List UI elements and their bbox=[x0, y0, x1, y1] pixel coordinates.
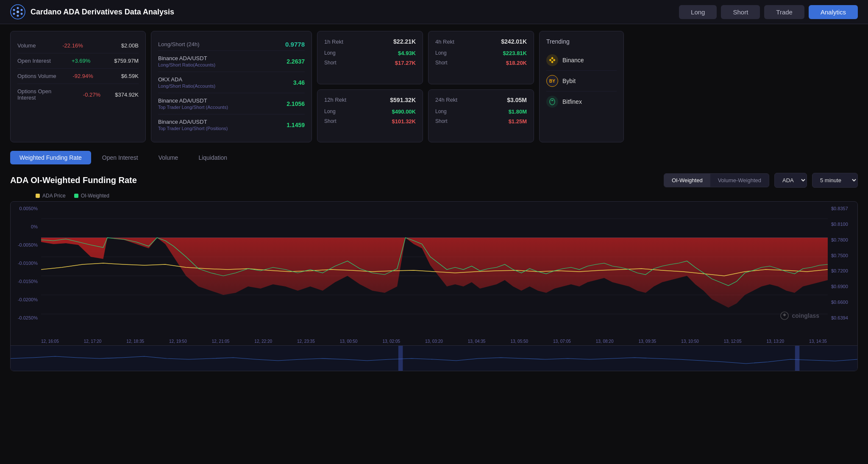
trending-item-binance[interactable]: Binance bbox=[546, 50, 617, 71]
y-label-6: -0.0250% bbox=[11, 315, 41, 320]
x-label-10: 13, 04:35 bbox=[468, 339, 486, 344]
volume-weighted-btn[interactable]: Volume-Weighted bbox=[710, 174, 769, 187]
tab-weighted-funding-rate[interactable]: Weighted Funding Rate bbox=[10, 151, 91, 164]
stat-value-oi: $759.97M bbox=[100, 58, 139, 64]
rekt-4h-long-label: Long bbox=[435, 50, 447, 56]
stat-value-volume: $2.00B bbox=[100, 42, 139, 49]
app-logo-icon bbox=[10, 4, 25, 19]
x-label-15: 13, 10:50 bbox=[681, 339, 699, 344]
oi-weighted-legend-dot bbox=[74, 194, 78, 198]
chart-tabs: Weighted Funding Rate Open Interest Volu… bbox=[10, 151, 858, 164]
svg-point-7 bbox=[17, 11, 19, 13]
ls-row-3-title: Binance ADA/USDT bbox=[158, 119, 228, 125]
x-label-7: 13, 00:50 bbox=[340, 339, 358, 344]
coin-select[interactable]: ADA BTC ETH bbox=[774, 173, 807, 188]
x-label-12: 13, 07:05 bbox=[553, 339, 571, 344]
rekt-12h-card: 12h Rekt $591.32K Long $490.00K Short $1… bbox=[317, 89, 423, 143]
ls-row-1: OKX ADA Long/Short Ratio(Accounts) 3.46 bbox=[158, 72, 305, 93]
time-select[interactable]: 5 minute 15 minute 1 hour 4 hour 1 day bbox=[812, 173, 858, 188]
chart-body: 0.0050% 0% -0.0050% -0.0100% -0.0150% -0… bbox=[11, 202, 857, 337]
x-label-0: 12, 16:05 bbox=[41, 339, 59, 344]
rekt-12h-long-label: Long bbox=[324, 108, 336, 115]
stat-row-oi: Open Interest +3.69% $759.97M bbox=[17, 53, 139, 69]
rekt-1h-short-label: Short bbox=[324, 60, 337, 66]
app-title: Cardano ADA Derivatives Data Analysis bbox=[31, 8, 174, 17]
x-label-17: 13, 13:20 bbox=[766, 339, 784, 344]
analytics-button[interactable]: Analytics bbox=[809, 5, 858, 19]
oi-weighted-btn[interactable]: OI-Weighted bbox=[664, 174, 710, 187]
x-label-11: 13, 05:50 bbox=[510, 339, 528, 344]
rekt-24h-long-value: $1.80M bbox=[509, 108, 527, 115]
rekt-1h-title: 1h Rekt bbox=[324, 39, 343, 45]
rekt-12h-short-label: Short bbox=[324, 118, 337, 125]
coinglass-watermark: coinglass bbox=[780, 311, 819, 320]
ls-row-2-value: 2.1056 bbox=[287, 100, 305, 107]
rekt-1h-long-value: $4.93K bbox=[398, 50, 416, 56]
trade-button[interactable]: Trade bbox=[764, 5, 804, 19]
legend-ada-price: ADA Price bbox=[36, 193, 66, 199]
rekt-24h-card: 24h Rekt $3.05M Long $1.80M Short $1.25M bbox=[428, 89, 534, 143]
mini-chart[interactable] bbox=[11, 345, 857, 371]
x-label-16: 13, 12:05 bbox=[724, 339, 742, 344]
long-button[interactable]: Long bbox=[679, 5, 717, 19]
stats-card: Volume -22.16% $2.00B Open Interest +3.6… bbox=[10, 31, 146, 142]
x-label-8: 13, 02:05 bbox=[382, 339, 400, 344]
x-label-9: 13, 03:20 bbox=[425, 339, 443, 344]
trending-card: Trending Binance BY Bybit bbox=[539, 31, 624, 142]
tab-volume[interactable]: Volume bbox=[149, 151, 188, 164]
y-right-label-3: $0.7500 bbox=[828, 253, 857, 258]
rekt-4h-long-value: $223.81K bbox=[503, 50, 527, 56]
stat-row-opt-vol: Options Volume -92.94% $6.59K bbox=[17, 69, 139, 84]
rekt-12h-total: $591.32K bbox=[390, 97, 416, 103]
svg-point-2 bbox=[17, 15, 19, 17]
y-label-4: -0.0150% bbox=[11, 279, 41, 284]
rekt-1h-short-value: $17.27K bbox=[395, 60, 416, 66]
rekt-12h-short-value: $101.32K bbox=[392, 118, 416, 125]
coinglass-logo-icon bbox=[780, 311, 789, 320]
trending-title: Trending bbox=[546, 38, 617, 45]
legend-oi-weighted: OI-Weighted bbox=[74, 193, 109, 199]
ls-row-1-value: 3.46 bbox=[293, 79, 305, 86]
tab-liquidation[interactable]: Liquidation bbox=[189, 151, 236, 164]
chart-title: ADA OI-Weighted Funding Rate bbox=[10, 175, 137, 185]
ls-header-label: Long/Short (24h) bbox=[158, 41, 200, 47]
ls-row-2-title: Binance ADA/USDT bbox=[158, 97, 228, 104]
header: Cardano ADA Derivatives Data Analysis Lo… bbox=[0, 0, 868, 24]
ls-header-value: 0.9778 bbox=[285, 41, 305, 48]
stat-value-opt-vol: $6.59K bbox=[100, 73, 139, 79]
chart-header: ADA OI-Weighted Funding Rate OI-Weighted… bbox=[10, 173, 858, 188]
short-button[interactable]: Short bbox=[721, 5, 760, 19]
top-grid: Volume -22.16% $2.00B Open Interest +3.6… bbox=[10, 31, 858, 142]
stat-label-oi: Open Interest bbox=[17, 58, 51, 64]
rekt-12h-long-value: $490.00K bbox=[392, 108, 416, 115]
rekt-24h-total: $3.05M bbox=[507, 97, 527, 103]
y-right-label-1: $0.8100 bbox=[828, 222, 857, 227]
stat-change-oi: +3.69% bbox=[61, 58, 90, 64]
bitfinex-icon bbox=[546, 96, 558, 108]
x-label-18: 13, 14:35 bbox=[809, 339, 827, 344]
svg-point-6 bbox=[21, 13, 23, 15]
svg-point-1 bbox=[17, 7, 19, 9]
y-right-label-5: $0.6900 bbox=[828, 284, 857, 289]
header-left: Cardano ADA Derivatives Data Analysis bbox=[10, 4, 174, 19]
trending-item-bybit[interactable]: BY Bybit bbox=[546, 71, 617, 92]
x-label-14: 13, 09:35 bbox=[638, 339, 656, 344]
stat-change-volume: -22.16% bbox=[53, 42, 83, 49]
ls-row-0-sub: Long/Short Ratio(Accounts) bbox=[158, 62, 215, 67]
ls-row-0-title: Binance ADA/USDT bbox=[158, 55, 215, 61]
stat-change-opt-oi: -0.27% bbox=[71, 92, 100, 98]
trending-item-bitfinex[interactable]: Bitfinex bbox=[546, 92, 617, 112]
tab-open-interest[interactable]: Open Interest bbox=[93, 151, 147, 164]
svg-point-4 bbox=[21, 9, 23, 11]
oi-weighted-legend-label: OI-Weighted bbox=[81, 193, 109, 199]
stat-label-opt-vol: Options Volume bbox=[17, 73, 56, 79]
ls-row-0-value: 2.2637 bbox=[287, 58, 305, 65]
rekt-24h-title: 24h Rekt bbox=[435, 97, 457, 103]
rekt-1h-card: 1h Rekt $22.21K Long $4.93K Short $17.27… bbox=[317, 31, 423, 84]
x-label-2: 12, 18:35 bbox=[126, 339, 144, 344]
nav-buttons: Long Short Trade Analytics bbox=[679, 5, 858, 19]
chart-svg bbox=[41, 202, 828, 337]
coinglass-brand-text: coinglass bbox=[792, 312, 819, 319]
y-label-1: 0% bbox=[11, 224, 41, 229]
rekt-1h-long-label: Long bbox=[324, 50, 336, 56]
